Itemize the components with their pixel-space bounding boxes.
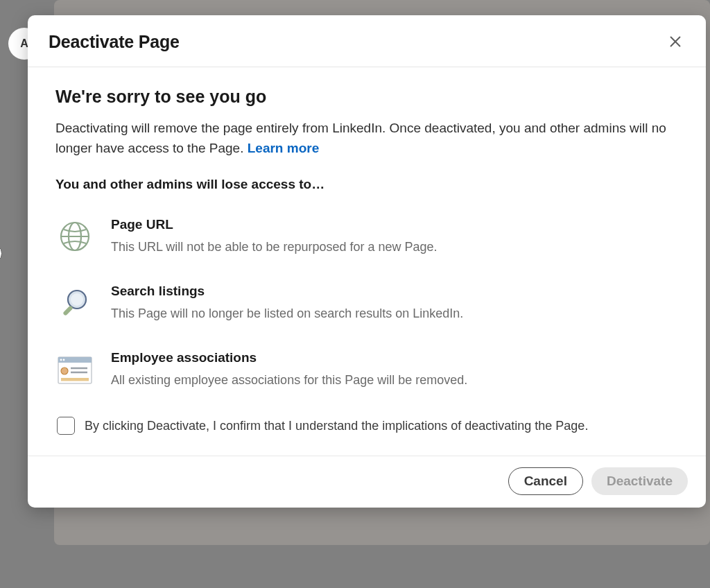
svg-point-11	[63, 359, 65, 361]
lose-access-heading: You and other admins will lose access to…	[55, 177, 678, 192]
modal-title: Deactivate Page	[49, 32, 180, 52]
modal-description-text: Deactivating will remove the page entire…	[55, 121, 666, 155]
modal-body: We're sorry to see you go Deactivating w…	[28, 67, 706, 456]
list-item-search-listings: Search listings This Page will no longer…	[55, 284, 678, 322]
list-item-desc: All existing employee associations for t…	[111, 371, 678, 389]
list-item-desc: This Page will no longer be listed on se…	[111, 304, 678, 322]
modal-subtitle: We're sorry to see you go	[55, 87, 678, 107]
learn-more-link[interactable]: Learn more	[248, 141, 319, 155]
svg-rect-15	[61, 378, 89, 381]
confirm-row: By clicking Deactivate, I confirm that I…	[55, 417, 678, 435]
close-button[interactable]	[663, 29, 688, 54]
list-item-desc: This URL will not be able to be repurpos…	[111, 238, 678, 256]
svg-point-12	[61, 368, 68, 374]
list-item-content: Page URL This URL will not be able to be…	[111, 217, 678, 256]
svg-point-10	[60, 359, 62, 361]
list-item-title: Search listings	[111, 284, 678, 299]
close-icon	[668, 34, 683, 49]
list-item-content: Employee associations All existing emplo…	[111, 350, 678, 389]
deactivate-page-modal: Deactivate Page We're sorry to see you g…	[28, 15, 706, 508]
list-item-page-url: Page URL This URL will not be able to be…	[55, 217, 678, 256]
list-item-content: Search listings This Page will no longer…	[111, 284, 678, 322]
deactivate-button[interactable]: Deactivate	[591, 467, 688, 495]
svg-point-6	[71, 293, 83, 306]
confirm-text: By clicking Deactivate, I confirm that I…	[85, 419, 588, 433]
profile-card-icon	[55, 350, 94, 389]
list-item-title: Employee associations	[111, 350, 678, 365]
confirm-checkbox[interactable]	[57, 417, 75, 435]
list-item-employee-associations: Employee associations All existing emplo…	[55, 350, 678, 389]
list-item-title: Page URL	[111, 217, 678, 232]
cancel-button[interactable]: Cancel	[508, 467, 583, 495]
modal-description: Deactivating will remove the page entire…	[55, 118, 678, 159]
lose-access-list: Page URL This URL will not be able to be…	[55, 217, 678, 389]
modal-footer: Cancel Deactivate	[28, 456, 706, 508]
magnifier-icon	[55, 284, 94, 322]
modal-header: Deactivate Page	[28, 15, 706, 67]
svg-rect-7	[62, 305, 73, 316]
globe-icon	[55, 217, 94, 256]
